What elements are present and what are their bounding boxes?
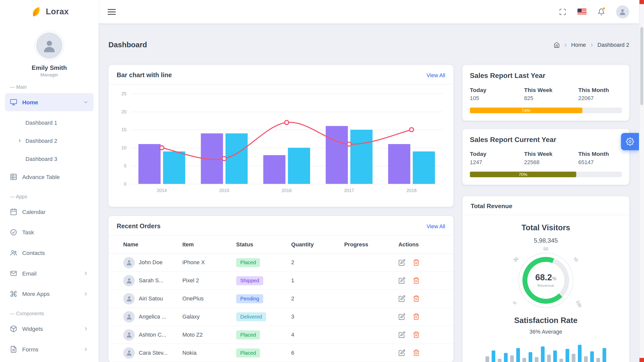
sidebar-item-email[interactable]: Email: [5, 264, 94, 282]
y-axis-tick: 0: [114, 182, 127, 187]
gear-icon: [626, 138, 634, 146]
y-axis-tick: 10: [114, 145, 127, 150]
brand[interactable]: Lorax: [0, 0, 99, 23]
delete-button[interactable]: [413, 259, 420, 266]
column-header: Status: [236, 241, 291, 247]
card-title: Sales Report Last Year: [470, 72, 622, 80]
column-header: Item: [182, 241, 236, 247]
language-flag-button[interactable]: [578, 9, 587, 15]
order-item: Pixel 2: [182, 278, 236, 284]
nav-label: Contacts: [22, 250, 45, 256]
status-badge: Placed: [236, 330, 260, 339]
header-avatar[interactable]: [616, 5, 629, 18]
edit-button[interactable]: [398, 277, 406, 284]
menu-toggle-button[interactable]: [108, 9, 116, 15]
stat-today: Today1247: [470, 151, 524, 165]
profile-role: Manager: [0, 72, 99, 77]
edit-icon: [398, 349, 406, 356]
sidebar-item-home[interactable]: Home: [5, 93, 94, 111]
sales-report-last-year-card: Sales Report Last Year Today105 This Wee…: [462, 65, 629, 121]
sidebar-item-dashboard-2[interactable]: Dashboard 2: [5, 132, 94, 150]
trash-icon: [413, 349, 420, 356]
edit-button[interactable]: [398, 313, 406, 320]
sales-progress-track: 74%: [470, 108, 622, 113]
delete-button[interactable]: [413, 295, 420, 302]
delete-button[interactable]: [413, 277, 420, 284]
sales-report-current-year-card: Sales Report Current Year Today1247 This…: [462, 129, 629, 185]
edit-button[interactable]: [398, 295, 406, 302]
sidebar-item-more-apps[interactable]: More Apps: [5, 285, 94, 303]
scrollbar-top-cap[interactable]: [639, 0, 644, 4]
calendar-icon: [10, 208, 17, 215]
order-item: Galaxy: [182, 313, 236, 320]
nav-label: Forms: [22, 346, 38, 352]
page-scrollbar[interactable]: [639, 0, 644, 362]
y-axis-tick: 5: [114, 163, 127, 168]
breadcrumb-home[interactable]: Home: [571, 42, 586, 48]
scrollbar-thumb[interactable]: [640, 27, 643, 105]
edit-button[interactable]: [398, 259, 406, 266]
chevron-right-icon: [83, 326, 89, 332]
delete-button[interactable]: [413, 313, 420, 320]
edit-button[interactable]: [398, 349, 406, 356]
row-avatar: [123, 329, 135, 341]
sidebar-item-dashboard-3[interactable]: Dashboard 3: [5, 150, 94, 168]
sidebar-item-dashboard-1[interactable]: Dashboard 1: [5, 114, 94, 132]
nav-label: Task: [22, 229, 34, 236]
row-avatar: [123, 275, 135, 286]
view-all-link[interactable]: View All: [427, 72, 445, 78]
delete-button[interactable]: [413, 349, 420, 356]
sidebar-item-widgets[interactable]: Widgets: [5, 320, 94, 338]
notifications-button[interactable]: [598, 8, 605, 15]
spark-bar: [498, 359, 502, 362]
gauge-unit: %: [552, 276, 556, 282]
home-icon[interactable]: [553, 42, 559, 48]
table-icon: [10, 173, 17, 180]
order-quantity: 2: [291, 296, 344, 302]
edit-icon: [398, 313, 406, 320]
app-screen: Lorax Emily Smith Manager — Main Home Da…: [0, 0, 644, 362]
column-header: Name: [117, 241, 182, 247]
breadcrumb: Home Dashboard 2: [553, 42, 629, 48]
y-axis-tick: 20: [114, 109, 127, 114]
spark-bar: [559, 359, 563, 362]
page-title: Dashboard: [108, 41, 147, 49]
settings-fab-button[interactable]: [621, 133, 639, 150]
chevron-right-icon: [563, 42, 568, 48]
order-quantity: 6: [291, 350, 344, 356]
status-badge: Placed: [236, 258, 260, 267]
satisfaction-sparkline: [471, 342, 621, 362]
gridline: [131, 184, 443, 185]
spark-bar: [535, 357, 539, 362]
scrollbar-bottom-cap[interactable]: [639, 358, 644, 362]
topbar: [99, 0, 639, 23]
fullscreen-button[interactable]: [559, 8, 566, 15]
sales-progress-fill: 70%: [470, 172, 576, 177]
spark-bar: [541, 346, 545, 362]
view-all-link[interactable]: View All: [427, 223, 445, 229]
nav-section-components: — Components: [5, 305, 94, 320]
sidebar-item-contacts[interactable]: Contacts: [5, 244, 94, 262]
stat-this-month: This Month65147: [578, 151, 622, 165]
trash-icon: [413, 331, 420, 338]
notification-dot: [602, 7, 605, 10]
spark-bar: [578, 345, 582, 362]
gauge-label: Revenue: [537, 283, 554, 288]
person-icon: [126, 259, 132, 266]
status-badge: Shipped: [236, 276, 263, 285]
recent-orders-card: Recent Orders View All Name Item Status …: [108, 216, 453, 362]
delete-button[interactable]: [413, 331, 420, 338]
sidebar-item-task[interactable]: Task: [5, 223, 94, 241]
monitor-icon: [10, 99, 17, 106]
edit-button[interactable]: [398, 331, 406, 338]
chevron-right-icon: [589, 42, 594, 48]
order-item: OnePlus: [182, 296, 236, 302]
trash-icon: [413, 259, 420, 266]
total-visitors-title: Total Visitors: [471, 223, 621, 232]
row-avatar: [123, 257, 135, 268]
sidebar-item-calendar[interactable]: Calendar: [5, 203, 94, 221]
order-item: Nokia: [182, 350, 236, 356]
sidebar-item-advance-table[interactable]: Advance Table: [5, 168, 94, 186]
profile-avatar[interactable]: [36, 32, 62, 59]
sidebar-item-forms[interactable]: Forms: [5, 340, 94, 358]
